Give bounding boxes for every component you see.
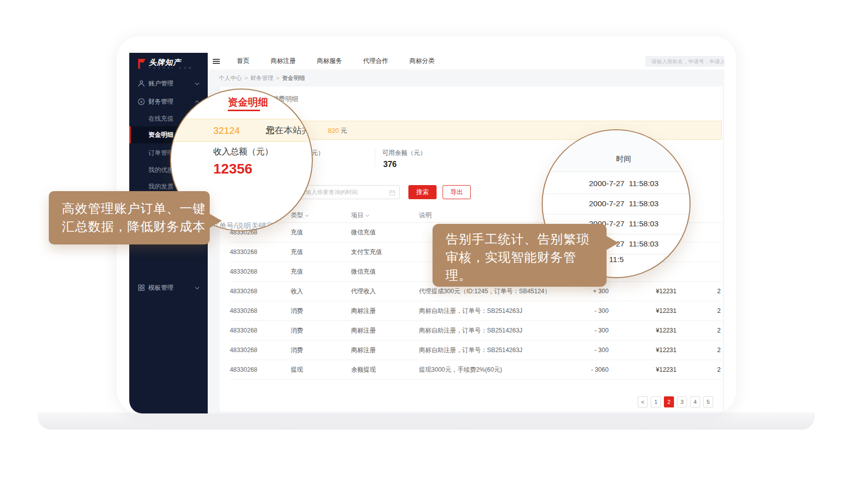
stat-divider <box>375 148 375 167</box>
breadcrumb-current: 资金明细 <box>282 75 305 81</box>
finance-icon: ¥ <box>138 98 145 105</box>
user-icon <box>138 80 145 87</box>
caret-down-icon <box>305 213 309 217</box>
marketing-canvas: 头牌知产 T O U P A I . C O M 账户管理 ¥ 财务管理 <box>0 0 853 504</box>
grid-icon <box>138 284 145 291</box>
page-button-4[interactable]: 4 <box>690 396 700 407</box>
date-input[interactable] <box>295 186 399 199</box>
topbar: 首页 商标注册 商标服务 代理合作 商标分类 <box>208 53 724 69</box>
logo-flag-icon <box>137 58 146 70</box>
sidebar-item-label: 财务管理 <box>148 98 174 106</box>
banner-unit: 元 <box>339 127 347 134</box>
table-row: 48330268 消费 商标注册 商标自助注册，订单号：SB2514263J -… <box>230 301 723 321</box>
lens-income-value: 12356 <box>213 161 252 177</box>
table-row: 48330268 提现 余额提现 提现3000元，手续费2%(60元) - 30… <box>230 360 723 380</box>
breadcrumb-home[interactable]: 个人中心 <box>219 75 242 81</box>
sidebar-item-label: 在线充值 <box>148 115 174 123</box>
lens-time-cell: 2000-7-27 11:58:03 <box>589 179 658 188</box>
sidebar-item-label: 模板管理 <box>148 284 174 292</box>
export-button[interactable]: 导出 <box>443 185 471 199</box>
lens-income-label: 收入总额（元） <box>213 146 273 157</box>
chevron-down-icon <box>195 285 199 289</box>
banner-amount: 820 <box>328 127 339 134</box>
lens-banner-amount: 32124 <box>213 125 240 136</box>
main-nav: 首页 商标注册 商标服务 代理合作 商标分类 <box>237 53 435 69</box>
lens-tab-label: 资金明细 <box>228 96 268 109</box>
search-button[interactable]: 搜索 <box>408 185 437 199</box>
date-filter-field <box>294 185 400 199</box>
callout-right-line2: 审核，实现智能财务管 <box>446 248 607 266</box>
balance-value: 376 <box>383 160 397 169</box>
calendar-icon[interactable] <box>389 190 395 196</box>
sidebar-item-template[interactable]: 模板管理 <box>129 279 208 296</box>
prev-page-button[interactable]: < <box>638 396 648 407</box>
caret-down-icon <box>366 213 369 217</box>
nav-item-tm-class[interactable]: 商标分类 <box>409 57 435 65</box>
callout-right-arrow <box>606 235 619 250</box>
table-row: 48330268 消费 商标注册 商标自助注册，订单号：SB2514263J -… <box>230 321 723 341</box>
pagination: < 1 2 3 4 5 <box>638 396 713 407</box>
svg-text:¥: ¥ <box>140 100 143 104</box>
page-button-1[interactable]: 1 <box>651 396 661 407</box>
header-project[interactable]: 项目 <box>351 211 419 220</box>
laptop-base <box>38 412 815 430</box>
callout-left-line2: 汇总数据，降低财务成本 <box>62 217 210 235</box>
callout-left-line1: 高效管理账户订单、一键 <box>62 199 210 217</box>
header-desc: 说明 <box>419 211 528 220</box>
callout-right: 告别手工统计、告别繁琐 审核，实现智能财务管 理。 <box>433 224 607 287</box>
callout-left: 高效管理账户订单、一键 汇总数据，降低财务成本 <box>49 191 210 244</box>
header-type[interactable]: 类型 <box>291 211 351 220</box>
nav-item-tm-service[interactable]: 商标服务 <box>317 57 342 65</box>
lens-time-header: 时间 <box>616 154 631 164</box>
callout-right-line1: 告别手工统计、告别繁琐 <box>446 230 607 248</box>
sidebar-item-account[interactable]: 账户管理 <box>129 75 208 92</box>
lens-banner: 您在本站共消费 32124 元 <box>170 119 313 142</box>
balance-label: 可用余额（元） <box>382 149 426 157</box>
page-button-5[interactable]: 5 <box>703 396 713 407</box>
sidebar-item-label: 账户管理 <box>148 79 174 88</box>
breadcrumb: 个人中心>财务管理>资金明细 <box>219 74 305 82</box>
lens-tab-underline <box>228 110 260 111</box>
logo[interactable]: 头牌知产 T O U P A I . C O M <box>137 58 192 70</box>
sidebar-item-label: 我的发票 <box>148 183 174 191</box>
table-row: 48330268 消费 商标注册 商标自助注册，订单号：SB2514263J -… <box>230 341 723 360</box>
nav-item-agency[interactable]: 代理合作 <box>363 57 388 65</box>
logo-title: 头牌知产 <box>149 58 192 66</box>
nav-item-tm-register[interactable]: 商标注册 <box>271 57 296 65</box>
logo-subtitle: T O U P A I . C O M <box>149 66 192 69</box>
chevron-down-icon <box>195 80 199 85</box>
page-button-2-active[interactable]: 2 <box>664 396 674 407</box>
search-input[interactable] <box>645 56 724 67</box>
callout-left-arrow <box>209 213 222 228</box>
breadcrumb-finance[interactable]: 财务管理 <box>250 75 274 81</box>
hamburger-icon[interactable] <box>213 59 220 64</box>
page-button-3[interactable]: 3 <box>677 396 687 407</box>
lens-time-cell: 2000-7-27 11:58:03 <box>589 199 658 208</box>
sidebar-item-label: 资金明细 <box>148 131 174 139</box>
nav-item-home[interactable]: 首页 <box>237 57 249 65</box>
callout-right-line3: 理。 <box>446 266 607 284</box>
